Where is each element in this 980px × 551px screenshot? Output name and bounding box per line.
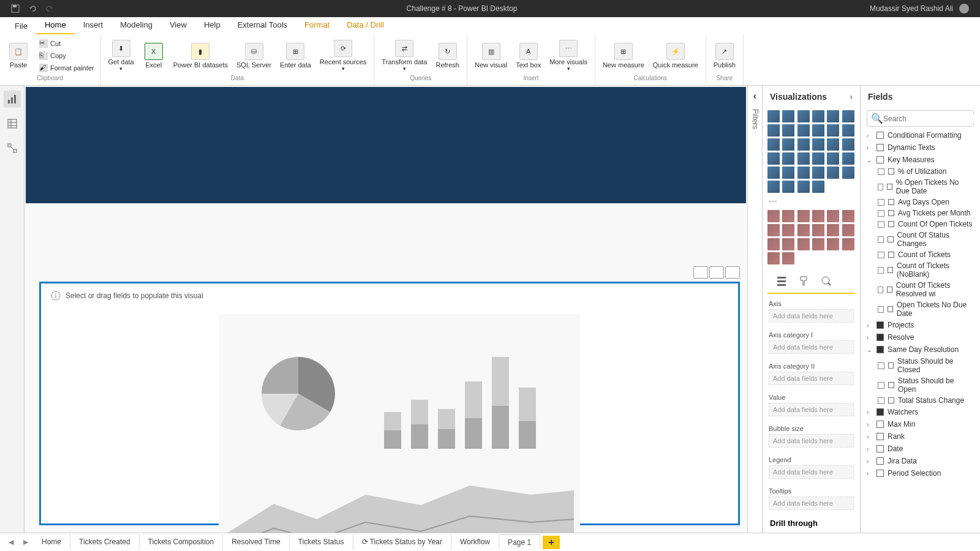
menu-home[interactable]: Home bbox=[36, 17, 75, 34]
measure--of-utilization[interactable]: % of Utilization bbox=[861, 166, 980, 177]
data-view-button[interactable] bbox=[4, 115, 21, 132]
viz-custom-18[interactable] bbox=[767, 252, 780, 264]
viz-type-4[interactable] bbox=[827, 110, 839, 122]
add-page-button[interactable]: + bbox=[543, 536, 560, 549]
table-conditional-formatting[interactable]: ›Conditional Formatting bbox=[861, 129, 980, 141]
save-icon[interactable] bbox=[11, 4, 20, 13]
transform-data-button[interactable]: ⇄Transform data▾ bbox=[379, 39, 429, 73]
measure-open-tickets-no-due-date[interactable]: Open Tickets No Due Date bbox=[861, 299, 980, 319]
viz-type-3[interactable] bbox=[812, 110, 824, 122]
measure-count-of-open-tickets[interactable]: Count Of Open Tickets bbox=[861, 219, 980, 230]
pagetab-tickets-composition[interactable]: Tickets Composition bbox=[140, 534, 224, 550]
well-drop-axis[interactable]: Add data fields here bbox=[769, 309, 854, 323]
menu-help[interactable]: Help bbox=[195, 17, 229, 34]
viz-custom-9[interactable] bbox=[812, 224, 824, 236]
viz-type-19[interactable] bbox=[782, 152, 794, 165]
menu-format[interactable]: Format bbox=[296, 17, 338, 34]
measure-count-of-tickets[interactable]: Count of Tickets bbox=[861, 249, 980, 260]
viz-type-15[interactable] bbox=[812, 138, 824, 151]
viz-type-7[interactable] bbox=[782, 124, 794, 137]
recent-sources-button[interactable]: ⟳Recent sources▾ bbox=[317, 39, 369, 73]
textbox-button[interactable]: AText box bbox=[513, 42, 543, 70]
page-next-button[interactable]: ▶ bbox=[18, 538, 33, 546]
viz-type-10[interactable] bbox=[827, 124, 839, 137]
well-drop-axis-category-ii[interactable]: Add data fields here bbox=[769, 372, 854, 385]
table-same-day-resolution[interactable]: ⌄Same Day Resolution bbox=[861, 343, 980, 356]
table-key-measures[interactable]: ⌄Key Measures bbox=[861, 154, 980, 166]
collapse-viz-icon[interactable]: › bbox=[850, 92, 853, 102]
viz-type-33[interactable] bbox=[812, 181, 824, 193]
viz-type-18[interactable] bbox=[767, 152, 780, 165]
viz-type-28[interactable] bbox=[827, 167, 839, 179]
visual-placeholder-frame[interactable]: i Select or drag fields to populate this… bbox=[39, 282, 740, 525]
viz-custom-1[interactable] bbox=[782, 210, 794, 222]
report-canvas[interactable]: i Select or drag fields to populate this… bbox=[24, 86, 747, 533]
filters-pane-collapsed[interactable]: ‹ Filters bbox=[747, 86, 762, 533]
pagetab-tickets-status-by-year[interactable]: ⟳ Tickets Status by Year bbox=[353, 534, 451, 550]
enter-data-button[interactable]: ⊞Enter data bbox=[277, 42, 314, 70]
viz-custom-11[interactable] bbox=[842, 224, 854, 236]
avatar[interactable] bbox=[959, 4, 969, 13]
pagetab-resolved-time[interactable]: Resolved Time bbox=[223, 534, 289, 550]
quick-measure-button[interactable]: ⚡Quick measure bbox=[650, 42, 701, 70]
menu-external-tools[interactable]: External Tools bbox=[229, 17, 296, 34]
expand-filters-icon[interactable]: ‹ bbox=[753, 91, 756, 102]
viz-type-0[interactable] bbox=[767, 110, 780, 122]
pagetab-workflow[interactable]: Workflow bbox=[451, 534, 499, 550]
viz-type-17[interactable] bbox=[842, 138, 854, 151]
pagetab-page-[interactable]: Page 1 bbox=[499, 534, 540, 550]
undo-icon[interactable] bbox=[28, 4, 37, 13]
table-max-min[interactable]: ›Max Min bbox=[861, 418, 980, 430]
visual-header-controls[interactable] bbox=[692, 266, 740, 279]
viz-type-31[interactable] bbox=[782, 181, 794, 193]
format-painter-button[interactable]: 🖌Format painter bbox=[38, 62, 96, 73]
viz-type-9[interactable] bbox=[812, 124, 824, 137]
viz-type-22[interactable] bbox=[827, 152, 839, 165]
viz-type-5[interactable] bbox=[842, 110, 854, 122]
viz-custom-0[interactable] bbox=[767, 210, 780, 222]
pagetab-home[interactable]: Home bbox=[33, 534, 70, 550]
viz-type-27[interactable] bbox=[812, 167, 824, 179]
table-date[interactable]: ›Date bbox=[861, 443, 980, 455]
table-resolve[interactable]: ›Resolve bbox=[861, 331, 980, 343]
table-watchers[interactable]: ›Watchers bbox=[861, 406, 980, 418]
table-rank[interactable]: ›Rank bbox=[861, 430, 980, 443]
table-dynamic-texts[interactable]: ›Dynamic Texts bbox=[861, 141, 980, 154]
user-name[interactable]: Mudassir Syed Rashid Ali bbox=[870, 4, 953, 13]
well-drop-bubble-size[interactable]: Add data fields here bbox=[769, 434, 854, 448]
viz-custom-8[interactable] bbox=[797, 224, 810, 236]
pbi-datasets-button[interactable]: ▮Power BI datasets bbox=[171, 42, 230, 70]
measure-avg-days-open[interactable]: Avg Days Open bbox=[861, 197, 980, 208]
viz-type-13[interactable] bbox=[782, 138, 794, 151]
viz-custom-15[interactable] bbox=[812, 238, 824, 250]
more-visuals-button[interactable]: ⋯More visuals▾ bbox=[547, 39, 590, 73]
viz-type-23[interactable] bbox=[842, 152, 854, 165]
format-tab[interactable] bbox=[797, 274, 810, 288]
page-prev-button[interactable]: ◀ bbox=[4, 538, 18, 546]
viz-type-6[interactable] bbox=[767, 124, 780, 137]
copy-button[interactable]: ⎘Copy bbox=[38, 50, 96, 61]
sql-button[interactable]: ⛁SQL Server bbox=[234, 42, 274, 70]
viz-custom-2[interactable] bbox=[797, 210, 810, 222]
measure-status-should-be-open[interactable]: Status Should be Open bbox=[861, 375, 980, 395]
measure-total-status-change[interactable]: Total Status Change bbox=[861, 395, 980, 406]
paste-button[interactable]: 📋Paste bbox=[5, 42, 32, 70]
analytics-tab[interactable] bbox=[819, 274, 832, 288]
search-input[interactable] bbox=[883, 114, 975, 123]
measure-count-of-tickets-resolved-wi[interactable]: Count Of Tickets Resolved wi bbox=[861, 280, 980, 299]
viz-custom-14[interactable] bbox=[797, 238, 810, 250]
viz-type-25[interactable] bbox=[782, 167, 794, 179]
pagetab-tickets-created[interactable]: Tickets Created bbox=[70, 534, 140, 550]
well-drop-axis-category-i[interactable]: Add data fields here bbox=[769, 340, 854, 354]
viz-custom-3[interactable] bbox=[812, 210, 824, 222]
fields-tab[interactable] bbox=[775, 274, 788, 288]
viz-custom-12[interactable] bbox=[767, 238, 780, 250]
viz-custom-4[interactable] bbox=[827, 210, 839, 222]
excel-button[interactable]: XExcel bbox=[140, 42, 167, 70]
menu-modeling[interactable]: Modeling bbox=[111, 17, 161, 34]
menu-view[interactable]: View bbox=[161, 17, 195, 34]
viz-type-21[interactable] bbox=[812, 152, 824, 165]
publish-button[interactable]: ↗Publish bbox=[711, 42, 738, 70]
viz-type-20[interactable] bbox=[797, 152, 810, 165]
viz-type-30[interactable] bbox=[767, 181, 780, 193]
